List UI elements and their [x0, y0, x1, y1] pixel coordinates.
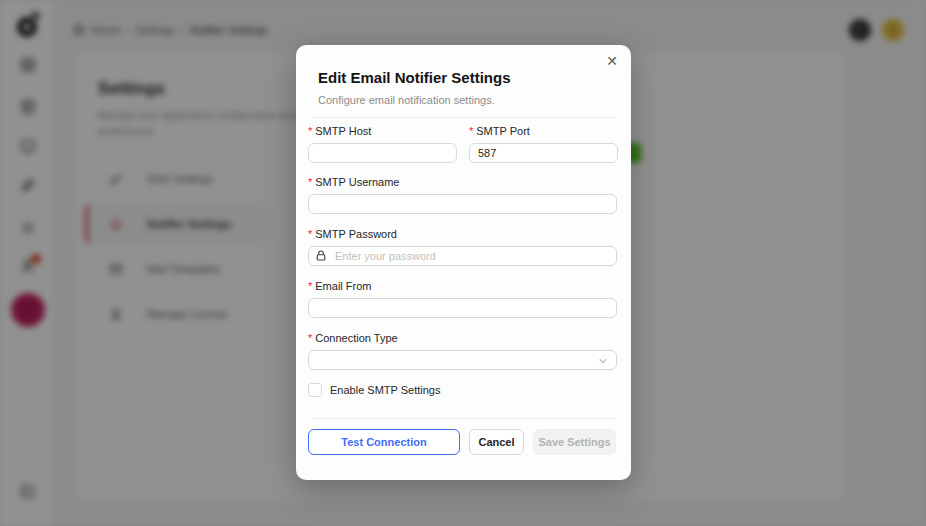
- save-settings-button[interactable]: Save Settings: [533, 429, 616, 455]
- enable-smtp-row: Enable SMTP Settings: [308, 383, 440, 397]
- smtp-port-label: * SMTP Port: [469, 125, 530, 137]
- close-icon[interactable]: ✕: [606, 53, 618, 69]
- cancel-button[interactable]: Cancel: [469, 429, 524, 455]
- smtp-password-input[interactable]: [308, 246, 617, 266]
- smtp-password-label: * SMTP Password: [308, 228, 397, 240]
- connection-type-select[interactable]: [308, 350, 617, 370]
- smtp-host-label: * SMTP Host: [308, 125, 371, 137]
- modal-subtitle: Configure email notification settings.: [318, 94, 495, 106]
- smtp-host-input[interactable]: [308, 143, 457, 163]
- email-from-input[interactable]: [308, 298, 617, 318]
- smtp-username-label: * SMTP Username: [308, 176, 399, 188]
- connection-type-label: * Connection Type: [308, 332, 398, 344]
- chevron-down-icon: [598, 356, 608, 366]
- email-from-label: * Email From: [308, 280, 372, 292]
- smtp-port-input[interactable]: [469, 143, 618, 163]
- modal-footer: Test Connection Cancel Save Settings: [308, 429, 616, 455]
- divider: [310, 418, 617, 419]
- test-connection-button[interactable]: Test Connection: [308, 429, 460, 455]
- enable-smtp-checkbox[interactable]: [308, 383, 322, 397]
- divider: [310, 117, 617, 118]
- smtp-username-input[interactable]: [308, 194, 617, 214]
- enable-smtp-label: Enable SMTP Settings: [330, 384, 440, 396]
- edit-email-notifier-modal: ✕ Edit Email Notifier Settings Configure…: [296, 45, 631, 480]
- modal-title: Edit Email Notifier Settings: [318, 69, 511, 86]
- screen: Home / Settings / Notifier Settings ☾ ⌇ …: [0, 0, 926, 526]
